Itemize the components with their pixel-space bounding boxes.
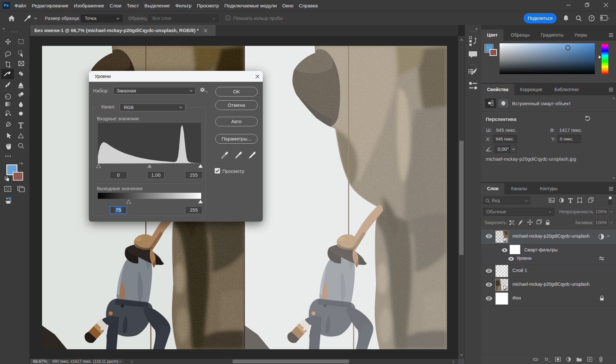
svg-text:fx: fx: [545, 357, 549, 362]
svg-text:?: ?: [591, 16, 593, 20]
